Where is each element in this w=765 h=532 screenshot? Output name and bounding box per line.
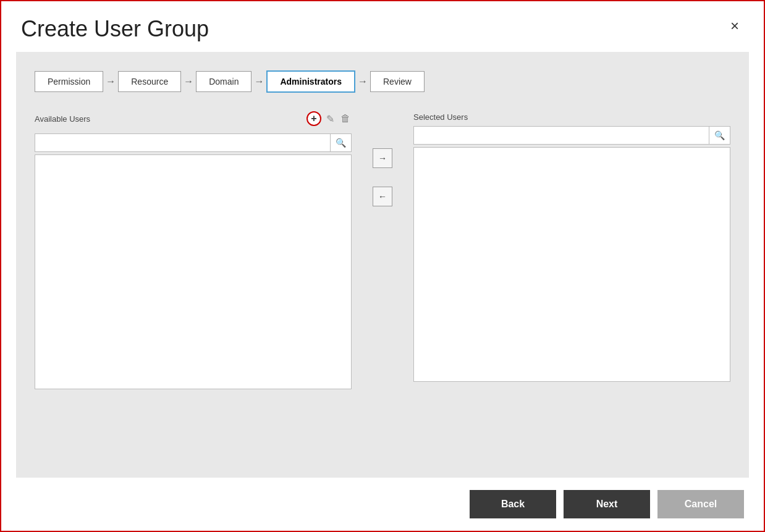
cancel-button[interactable]: Cancel (657, 490, 744, 518)
move-right-button[interactable]: → (373, 148, 392, 168)
selected-users-list[interactable] (413, 147, 730, 382)
available-users-search-icon: 🔍 (336, 138, 346, 148)
arrow-1: → (106, 76, 116, 87)
selected-users-search-button[interactable]: 🔍 (709, 126, 730, 145)
selected-users-search-input[interactable] (413, 126, 709, 145)
available-users-label: Available Users (35, 114, 90, 124)
available-users-search-input[interactable] (35, 133, 331, 152)
back-button[interactable]: Back (470, 490, 556, 518)
available-users-search-button[interactable]: 🔍 (331, 133, 352, 152)
add-user-button[interactable]: + (306, 111, 321, 126)
transfer-controls: → ← (364, 111, 401, 206)
content-area: Available Users + ✎ 🗑 (35, 111, 730, 389)
close-button[interactable]: × (725, 16, 744, 36)
dialog-body: Permission → Resource → Domain → Adminis… (16, 52, 749, 478)
selected-users-panel: Selected Users 🔍 (413, 111, 730, 382)
edit-user-button[interactable]: ✎ (325, 112, 336, 126)
delete-user-button[interactable]: 🗑 (339, 112, 352, 125)
step-domain[interactable]: Domain (196, 71, 251, 92)
selected-users-search-icon: 🔍 (714, 130, 725, 140)
wizard-steps: Permission → Resource → Domain → Adminis… (35, 70, 730, 93)
selected-users-search-row: 🔍 (413, 126, 730, 145)
arrow-4: → (358, 76, 368, 87)
available-users-tools: + ✎ 🗑 (306, 111, 352, 126)
next-button[interactable]: Next (564, 490, 650, 518)
step-administrators[interactable]: Administrators (266, 70, 355, 93)
arrow-2: → (184, 76, 193, 87)
available-users-search-row: 🔍 (35, 133, 352, 152)
dialog-header: Create User Group × (1, 1, 764, 52)
available-users-list[interactable] (35, 154, 352, 389)
move-left-button[interactable]: ← (373, 187, 392, 206)
selected-users-label: Selected Users (413, 112, 468, 122)
dialog-footer: Back Next Cancel (1, 478, 764, 531)
step-review[interactable]: Review (370, 71, 425, 92)
create-user-group-dialog: Create User Group × Permission → Resourc… (0, 0, 765, 532)
dialog-title: Create User Group (21, 16, 209, 42)
available-users-panel: Available Users + ✎ 🗑 (35, 111, 352, 389)
step-permission[interactable]: Permission (35, 71, 103, 92)
arrow-3: → (254, 76, 264, 87)
step-resource[interactable]: Resource (118, 71, 181, 92)
